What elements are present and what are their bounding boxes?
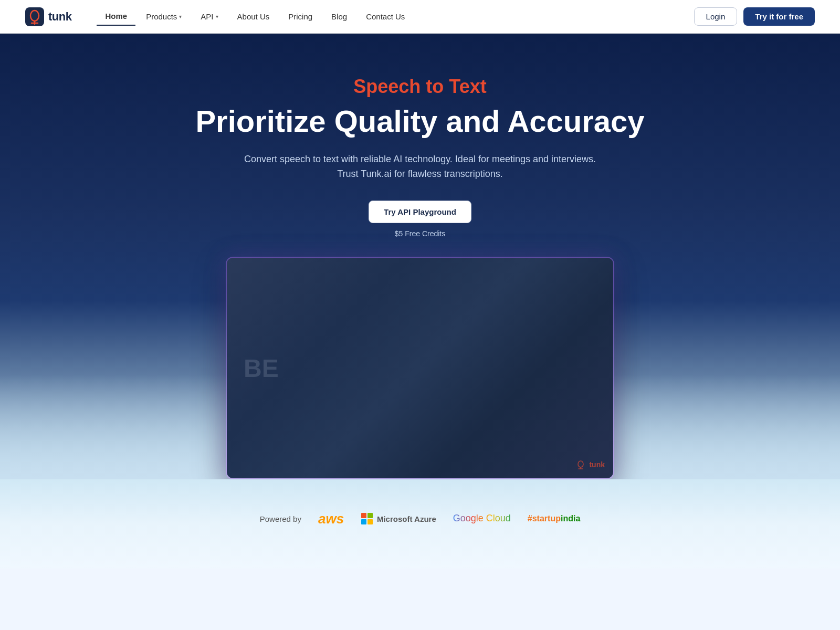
video-inner: BE tunk [227,258,613,478]
azure-text: Microsoft Azure [377,514,436,523]
bottom-section: Powered by aws Microsoft Azure Google Cl… [0,479,840,569]
hero-credits: $5 Free Credits [395,229,445,238]
hero-subtitle: Convert speech to text with reliable AI … [236,152,604,182]
svg-point-4 [578,461,583,467]
azure-logo: Microsoft Azure [361,513,436,524]
nav-about[interactable]: About Us [229,8,278,25]
nav-actions: Login Try it for free [694,7,815,26]
nav-api[interactable]: API ▾ [192,8,226,25]
aws-logo: aws [318,511,344,527]
startup-india-text: #startupindia [528,514,580,523]
hero-title: Prioritize Quality and Accuracy [195,104,644,139]
google-cloud-logo: Google Cloud [453,513,511,524]
nav-contact[interactable]: Contact Us [358,8,413,25]
products-chevron-icon: ▾ [179,14,182,19]
svg-text:aws: aws [318,511,344,527]
try-api-button[interactable]: Try API Playground [369,201,471,223]
nav-blog[interactable]: Blog [323,8,355,25]
nav-links: Home Products ▾ API ▾ About Us Pricing B… [97,7,694,26]
hero-section: Speech to Text Prioritize Quality and Ac… [0,34,840,479]
watermark-text: tunk [589,460,605,469]
nav-products[interactable]: Products ▾ [138,8,190,25]
hero-badge: Speech to Text [353,76,486,98]
try-free-button[interactable]: Try it for free [743,7,815,26]
powered-label: Powered by [260,514,301,523]
video-container: BE tunk [226,257,614,479]
logo-text: tunk [48,10,71,24]
video-be-text: BE [244,354,279,383]
video-watermark: tunk [575,459,605,470]
watermark-logo-icon [575,459,586,470]
startup-india-logo: #startupindia [528,514,580,523]
aws-icon: aws [318,511,344,527]
nav-pricing[interactable]: Pricing [280,8,321,25]
api-chevron-icon: ▾ [216,14,218,19]
login-button[interactable]: Login [694,7,738,26]
google-cloud-text: Google Cloud [453,513,511,524]
logo[interactable]: tunk [25,7,71,26]
navbar: tunk Home Products ▾ API ▾ About Us Pric… [0,0,840,34]
logo-icon [25,7,44,26]
azure-squares-icon [361,513,373,524]
nav-home[interactable]: Home [97,7,135,26]
powered-row: Powered by aws Microsoft Azure Google Cl… [260,511,581,527]
